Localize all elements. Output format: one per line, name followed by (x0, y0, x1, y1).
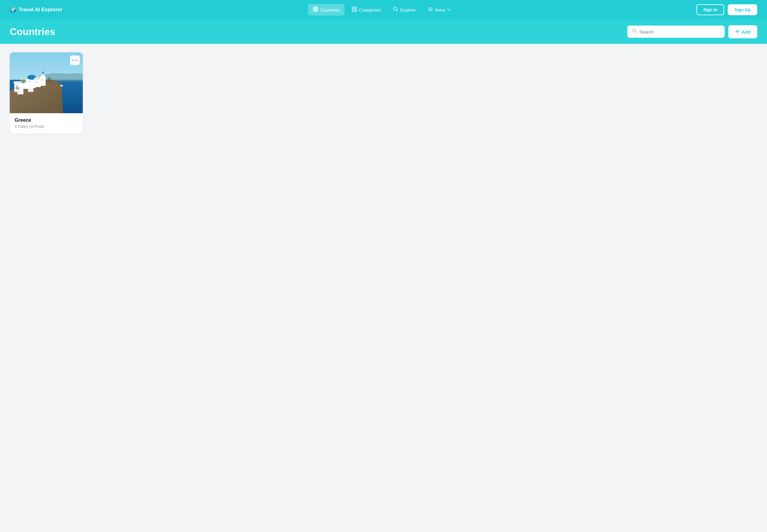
sign-up-button[interactable]: Sign Up (728, 4, 757, 15)
search-input[interactable] (639, 29, 720, 34)
app-title: Travel AI Explorer (19, 7, 62, 13)
svg-rect-4 (355, 10, 357, 12)
nav-explore-label: Explore (400, 7, 416, 12)
search-box (627, 26, 725, 38)
add-button-label: Add (742, 29, 751, 34)
svg-rect-27 (36, 81, 37, 83)
nav-item-categories[interactable]: Categories (347, 4, 386, 16)
app-logo-emoji: 🌍 (10, 7, 16, 13)
country-card-greece[interactable]: Greece 4 Cities | 8 Posts (10, 52, 83, 134)
svg-point-32 (15, 87, 19, 90)
card-menu-button[interactable] (70, 55, 80, 65)
svg-point-30 (21, 79, 26, 83)
nav-right: Sign In Sign Up (696, 4, 757, 15)
grid-icon (352, 7, 357, 13)
svg-rect-1 (352, 7, 354, 9)
nav-center: Countries Categories Explo (72, 4, 692, 16)
card-meta: 4 Cities | 8 Posts (15, 124, 78, 129)
top-nav: 🌍 Travel AI Explorer Countries (0, 0, 767, 19)
svg-rect-28 (41, 79, 43, 81)
svg-rect-22 (28, 85, 33, 92)
nav-more-label: More (435, 7, 445, 12)
globe-icon (313, 6, 318, 13)
svg-rect-2 (355, 7, 357, 9)
nav-categories-label: Categories (359, 7, 381, 12)
plus-icon (735, 29, 740, 35)
sub-header-right: Add (627, 25, 757, 38)
svg-point-35 (77, 60, 78, 61)
svg-rect-24 (16, 85, 18, 87)
svg-rect-3 (352, 10, 354, 12)
search-icon (632, 29, 637, 35)
page-title: Countries (10, 26, 55, 37)
app-logo: 🌍 Travel AI Explorer (10, 7, 62, 13)
nav-item-more[interactable]: More (423, 4, 456, 16)
cards-grid: Greece 4 Cities | 8 Posts (10, 52, 757, 134)
nav-item-countries[interactable]: Countries (308, 4, 345, 16)
svg-point-33 (72, 60, 73, 61)
card-info: Greece 4 Cities | 8 Posts (10, 113, 83, 134)
sign-in-button[interactable]: Sign In (696, 4, 724, 15)
svg-rect-15 (31, 76, 32, 79)
svg-rect-26 (29, 81, 31, 82)
card-image-container (10, 52, 83, 113)
search-nav-icon (393, 7, 398, 13)
menu-icon (428, 7, 433, 13)
card-country-name: Greece (15, 117, 78, 123)
svg-rect-23 (17, 89, 23, 94)
add-button[interactable]: Add (728, 25, 757, 38)
nav-item-explore[interactable]: Explore (388, 4, 421, 16)
svg-rect-16 (35, 79, 41, 87)
svg-rect-18 (40, 77, 46, 86)
main-content: Greece 4 Cities | 8 Posts (0, 44, 767, 532)
nav-countries-label: Countries (320, 7, 340, 12)
svg-point-34 (75, 60, 75, 61)
sub-header: Countries Add (0, 19, 767, 44)
svg-rect-29 (61, 83, 62, 85)
chevron-down-icon (447, 8, 451, 12)
svg-point-31 (47, 77, 51, 80)
svg-rect-21 (42, 72, 44, 73)
